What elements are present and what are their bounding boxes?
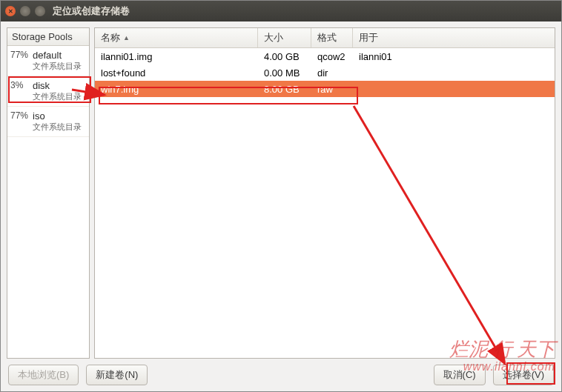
table-body: ilanni01.img 4.00 GB qcow2 ilanni01 lost…: [95, 48, 555, 358]
cell-size: 0.00 MB: [258, 66, 311, 80]
column-header-format[interactable]: 格式: [311, 28, 353, 47]
column-header-used[interactable]: 用于: [353, 28, 555, 47]
cell-name: win7.img: [95, 82, 258, 96]
cell-used: [353, 87, 555, 90]
pool-percent: 3%: [10, 80, 33, 90]
table-header: 名称 ▲ 大小 格式 用于: [95, 28, 555, 48]
cell-format: raw: [311, 82, 353, 96]
cancel-button[interactable]: 取消(C): [434, 365, 486, 385]
storage-pools-sidebar: Storage Pools 77% default 文件系统目录 3% disk…: [7, 27, 90, 359]
table-row[interactable]: lost+found 0.00 MB dir: [95, 64, 555, 81]
titlebar: ✕ 定位或创建存储卷: [1, 1, 561, 21]
window-title: 定位或创建存储卷: [53, 4, 130, 18]
table-row[interactable]: win7.img 8.00 GB raw: [95, 81, 555, 97]
close-icon[interactable]: ✕: [5, 6, 16, 16]
maximize-icon[interactable]: [35, 6, 45, 16]
cell-format: dir: [311, 66, 353, 80]
content-area: Storage Pools 77% default 文件系统目录 3% disk…: [1, 21, 561, 359]
table-row[interactable]: ilanni01.img 4.00 GB qcow2 ilanni01: [95, 48, 555, 64]
pool-subtitle: 文件系统目录: [33, 91, 82, 102]
cell-format: qcow2: [311, 50, 353, 64]
cell-size: 4.00 GB: [258, 50, 311, 64]
pool-subtitle: 文件系统目录: [33, 122, 82, 133]
cell-size: 8.00 GB: [258, 82, 311, 96]
window-controls: ✕: [5, 6, 45, 16]
cell-name: lost+found: [95, 66, 258, 80]
pool-item-disk[interactable]: 3% disk 文件系统目录: [7, 76, 89, 107]
new-volume-button[interactable]: 新建卷(N): [86, 365, 148, 385]
dialog-footer: 本地浏览(B) 新建卷(N) 取消(C) 选择卷(V): [1, 359, 561, 391]
volumes-table: 名称 ▲ 大小 格式 用于 ilanni01.img 4.00 GB qcow2…: [94, 27, 555, 359]
pool-name: default: [33, 50, 82, 61]
cell-name: ilanni01.img: [95, 50, 258, 64]
browse-local-button[interactable]: 本地浏览(B): [8, 365, 79, 385]
pool-percent: 77%: [10, 50, 33, 60]
sidebar-header: Storage Pools: [7, 28, 89, 46]
pool-item-default[interactable]: 77% default 文件系统目录: [7, 46, 89, 76]
column-label: 名称: [101, 31, 120, 44]
pool-item-iso[interactable]: 77% iso 文件系统目录: [7, 107, 89, 137]
pool-name: iso: [33, 110, 82, 122]
cell-used: [353, 71, 555, 74]
select-volume-button[interactable]: 选择卷(V): [493, 365, 554, 385]
column-header-size[interactable]: 大小: [258, 28, 311, 47]
column-header-name[interactable]: 名称 ▲: [95, 28, 258, 47]
pool-percent: 77%: [10, 110, 33, 121]
sort-ascending-icon: ▲: [123, 34, 130, 41]
cell-used: ilanni01: [353, 50, 555, 64]
minimize-icon[interactable]: [20, 6, 30, 16]
pool-name: disk: [33, 80, 82, 91]
pool-subtitle: 文件系统目录: [33, 61, 82, 72]
